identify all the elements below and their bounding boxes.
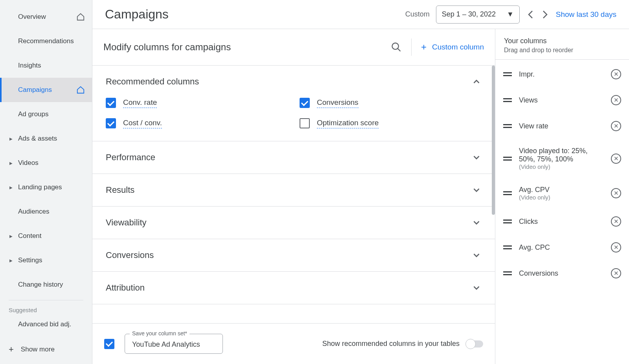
plus-icon: + xyxy=(421,42,427,53)
svg-point-0 xyxy=(392,43,398,49)
remove-column-button[interactable]: ✕ xyxy=(611,242,621,252)
category-attribution: Attribution xyxy=(92,272,495,304)
sidebar-show-more[interactable]: + Show more xyxy=(0,335,92,364)
category-header[interactable]: Results xyxy=(92,174,495,206)
category-header[interactable]: Attribution xyxy=(92,272,495,304)
chevron-down-icon xyxy=(471,185,482,195)
category-body: Conv. rateConversionsCost / conv.Optimiz… xyxy=(92,98,495,141)
your-column-item[interactable]: Conversions✕ xyxy=(500,260,624,286)
your-column-label: Conversions xyxy=(519,269,604,278)
remove-column-button[interactable]: ✕ xyxy=(611,121,621,131)
your-column-label: Clicks xyxy=(519,218,604,226)
date-prev-button[interactable] xyxy=(526,10,535,19)
drag-handle-icon[interactable] xyxy=(503,98,512,102)
caret-right-icon: ▶ xyxy=(9,234,13,238)
show-recommended-toggle[interactable] xyxy=(466,340,483,348)
chevron-right-icon xyxy=(543,10,548,19)
modify-columns-pane: Modify columns for campaigns + Custom co… xyxy=(92,29,495,364)
your-columns-title: Your columns xyxy=(504,37,620,45)
sidebar-item-recommendations[interactable]: Recommendations xyxy=(0,29,92,53)
drag-handle-icon[interactable] xyxy=(503,72,512,76)
drag-handle-icon[interactable] xyxy=(503,245,512,249)
drag-handle-icon[interactable] xyxy=(503,124,512,128)
custom-column-label: Custom column xyxy=(432,43,484,51)
category-header[interactable]: Recommended columns xyxy=(92,66,495,98)
checkbox[interactable] xyxy=(300,98,310,108)
column-option-label: Conv. rate xyxy=(123,98,157,108)
home-icon-wrap xyxy=(76,86,85,94)
category-label: Results xyxy=(106,185,134,195)
your-column-item[interactable]: Avg. CPV(Video only)✕ xyxy=(500,178,624,209)
sidebar-item-ad-groups[interactable]: Ad groups xyxy=(0,102,92,126)
caret-right-icon: ▶ xyxy=(9,161,13,165)
drag-handle-icon[interactable] xyxy=(503,157,512,161)
sidebar-item-label: Settings xyxy=(18,256,42,264)
search-button[interactable] xyxy=(391,42,402,53)
sidebar-item-overview[interactable]: Overview xyxy=(0,5,92,29)
column-option-label: Cost / conv. xyxy=(123,119,162,128)
category-header[interactable]: Viewability xyxy=(92,207,495,239)
sidebar-item-label: Change history xyxy=(18,281,63,289)
category-label: Conversions xyxy=(106,250,154,260)
caret-right-icon: ▶ xyxy=(9,137,13,141)
your-column-item[interactable]: Video played to: 25%, 50%, 75%, 100%(Vid… xyxy=(500,139,624,178)
date-next-button[interactable] xyxy=(541,10,550,19)
remove-column-button[interactable]: ✕ xyxy=(611,188,621,198)
remove-column-button[interactable]: ✕ xyxy=(611,95,621,105)
date-range-picker[interactable]: Sep 1 – 30, 2022 ▼ xyxy=(436,5,520,24)
sidebar-item-landing-pages[interactable]: ▶Landing pages xyxy=(0,175,92,199)
your-column-item[interactable]: Impr.✕ xyxy=(500,61,624,87)
column-option-cost-conv-: Cost / conv. xyxy=(106,118,288,128)
category-label: Viewability xyxy=(106,218,147,228)
sidebar-item-settings[interactable]: ▶Settings xyxy=(0,248,92,273)
your-column-item[interactable]: Clicks✕ xyxy=(500,209,624,234)
remove-column-button[interactable]: ✕ xyxy=(611,216,621,227)
checkbox[interactable] xyxy=(300,118,310,128)
your-column-item[interactable]: View rate✕ xyxy=(500,113,624,139)
sidebar-item-label: Insights xyxy=(18,62,41,70)
sidebar-item-audiences[interactable]: Audiences xyxy=(0,199,92,224)
your-column-item[interactable]: Avg. CPC✕ xyxy=(500,234,624,260)
checkbox[interactable] xyxy=(106,98,116,108)
save-columnset-field[interactable]: Save your column set* YouTube Ad Analyti… xyxy=(125,334,223,354)
date-custom-label: Custom xyxy=(405,10,430,18)
sidebar-show-more-label: Show more xyxy=(21,346,55,353)
show-last-30-days-link[interactable]: Show last 30 days xyxy=(556,10,616,19)
column-option-label: Optimization score xyxy=(317,119,379,128)
drag-handle-icon[interactable] xyxy=(503,271,512,275)
scrollbar-thumb[interactable] xyxy=(492,66,495,215)
sidebar-item-change-history[interactable]: Change history xyxy=(0,273,92,297)
category-conversions: Conversions xyxy=(92,239,495,272)
drag-handle-icon[interactable] xyxy=(503,191,512,195)
sidebar-item-label: Ad groups xyxy=(18,110,49,118)
category-header[interactable]: Performance xyxy=(92,141,495,174)
category-header[interactable]: Conversions xyxy=(92,239,495,271)
sidebar-item-label: Advanced bid adj. xyxy=(18,320,71,328)
home-icon xyxy=(76,86,85,94)
checkbox[interactable] xyxy=(106,118,116,128)
sidebar-item-campaigns[interactable]: Campaigns xyxy=(0,78,92,102)
sidebar-item-content[interactable]: ▶Content xyxy=(0,224,92,248)
your-column-item[interactable]: Views✕ xyxy=(500,87,624,113)
sidebar-item-ads-assets[interactable]: ▶Ads & assets xyxy=(0,126,92,151)
drag-handle-icon[interactable] xyxy=(503,219,512,223)
show-recommended-label: Show recommended columns in your tables xyxy=(322,340,460,348)
caret-right-icon: ▶ xyxy=(9,258,13,263)
categories-scroll[interactable]: Recommended columnsConv. rateConversions… xyxy=(92,66,495,323)
search-icon xyxy=(391,42,402,53)
sidebar-item-videos[interactable]: ▶Videos xyxy=(0,151,92,175)
remove-column-button[interactable]: ✕ xyxy=(611,69,621,79)
sidebar-item-advanced-bid-adj[interactable]: Advanced bid adj. xyxy=(0,313,92,335)
remove-column-button[interactable]: ✕ xyxy=(611,154,621,164)
sidebar-item-insights[interactable]: Insights xyxy=(0,53,92,78)
your-columns-subtitle: Drag and drop to reorder xyxy=(504,47,620,54)
remove-column-button[interactable]: ✕ xyxy=(611,268,621,278)
save-columnset-checkbox[interactable] xyxy=(104,339,114,349)
category-viewability: Viewability xyxy=(92,207,495,239)
sidebar-item-label: Ads & assets xyxy=(18,135,57,143)
save-columnset-legend: Save your column set* xyxy=(130,330,189,337)
bottom-bar: Save your column set* YouTube Ad Analyti… xyxy=(92,323,495,364)
home-icon xyxy=(76,13,85,21)
page-title: Campaigns xyxy=(105,7,169,22)
custom-column-button[interactable]: + Custom column xyxy=(421,42,484,53)
